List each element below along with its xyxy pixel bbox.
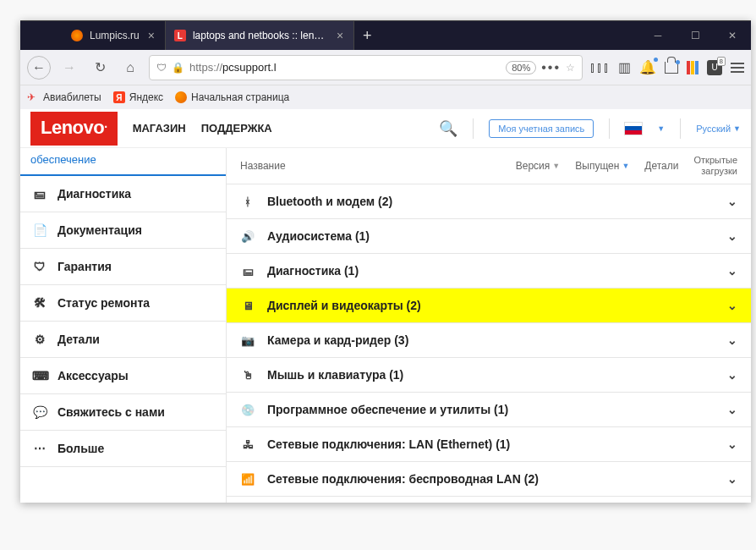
close-tab-icon[interactable]: × bbox=[146, 29, 156, 42]
bookmark-item[interactable]: ЯЯндекс bbox=[113, 91, 163, 103]
sidebar-item-icon: ⋯ bbox=[32, 442, 47, 455]
sidebar-icon[interactable]: ▥ bbox=[618, 59, 631, 75]
account-button[interactable]: Моя учетная запись bbox=[489, 119, 594, 138]
reload-button[interactable]: ↻ bbox=[88, 56, 112, 80]
browser-navbar: ← → ↻ ⌂ 🛡 🔒 https://pcsupport.l 80% ••• … bbox=[20, 50, 751, 85]
home-button[interactable]: ⌂ bbox=[118, 56, 142, 80]
sidebar-item[interactable]: ⌨Аксессуары bbox=[20, 358, 226, 394]
chevron-down-icon: ⌄ bbox=[727, 229, 737, 243]
sidebar-item-label: Гарантия bbox=[58, 260, 112, 273]
col-name: Название bbox=[240, 160, 501, 172]
sidebar-item[interactable]: 🖴Диагностика bbox=[20, 176, 226, 212]
sidebar-item-icon: 🛠 bbox=[32, 296, 47, 310]
site-header: Lenovo. МАГАЗИН ПОДДЕРЖКА 🔍 Моя учетная … bbox=[20, 109, 751, 148]
browser-titlebar: Lumpics.ru × L laptops and netbooks :: l… bbox=[20, 21, 751, 50]
chevron-down-icon: ⌄ bbox=[727, 368, 737, 382]
sidebar-item-icon: 🛡 bbox=[32, 260, 47, 273]
sidebar-item[interactable]: ⚙Детали bbox=[20, 322, 226, 358]
page-actions-icon[interactable]: ••• bbox=[541, 60, 561, 75]
chevron-down-icon: ⌄ bbox=[727, 264, 737, 278]
driver-category-row[interactable]: 🖥Дисплей и видеокарты (2)⌄ bbox=[227, 289, 751, 323]
tab-title: Lumpics.ru bbox=[90, 30, 140, 41]
shield-icon: 🛡 bbox=[156, 62, 167, 74]
minimize-button[interactable]: ─ bbox=[639, 21, 677, 50]
browser-tab[interactable]: Lumpics.ru × bbox=[63, 21, 166, 50]
col-details: Детали bbox=[644, 160, 678, 172]
zoom-indicator[interactable]: 80% bbox=[506, 61, 536, 74]
sidebar-item-icon: ⚙ bbox=[32, 333, 47, 346]
sidebar-item-label: Статус ремонта bbox=[58, 296, 150, 310]
country-flag-ru[interactable] bbox=[625, 123, 642, 135]
bookmark-star-icon[interactable]: ☆ bbox=[566, 62, 575, 74]
favicon: L bbox=[174, 30, 186, 41]
category-label: Диагностика (1) bbox=[267, 264, 715, 278]
chevron-down-icon: ⌄ bbox=[727, 472, 737, 486]
library-icon[interactable]: ⫿⫿⫿ bbox=[589, 60, 610, 75]
sidebar-item-label: Детали bbox=[58, 333, 100, 346]
maximize-button[interactable]: ☐ bbox=[677, 21, 714, 50]
driver-category-row[interactable]: 🖴Диагностика (1)⌄ bbox=[227, 254, 751, 289]
driver-category-row[interactable]: 📶Сетевые подключения: беспроводная LAN (… bbox=[227, 462, 751, 497]
nav-shop[interactable]: МАГАЗИН bbox=[133, 122, 186, 135]
col-released[interactable]: Выпущен▼ bbox=[575, 160, 629, 172]
sidebar-item-label: Больше bbox=[58, 442, 104, 455]
language-selector[interactable]: Русский▼ bbox=[696, 124, 741, 134]
ublock-icon[interactable]: U8 bbox=[707, 60, 722, 75]
col-downloads: Открытыезагрузки bbox=[694, 155, 738, 177]
yandex-icon: Я bbox=[113, 91, 125, 103]
driver-category-row[interactable]: 🔊Аудиосистема (1)⌄ bbox=[227, 219, 751, 254]
back-button[interactable]: ← bbox=[27, 56, 51, 80]
driver-category-row[interactable]: 💿Программное обеспечение и утилиты (1)⌄ bbox=[227, 393, 751, 427]
category-label: Аудиосистема (1) bbox=[267, 229, 715, 243]
search-icon[interactable]: 🔍 bbox=[439, 119, 457, 138]
category-label: Мышь и клавиатура (1) bbox=[267, 368, 715, 382]
bookmarks-bar: ✈Авиабилеты ЯЯндекс Начальная страница bbox=[20, 85, 751, 109]
cart-icon[interactable] bbox=[665, 62, 678, 74]
notifications-icon[interactable]: 🔔 bbox=[639, 59, 656, 75]
firefox-icon bbox=[175, 91, 187, 103]
tab-title: laptops and netbooks :: lenovo bbox=[193, 30, 328, 41]
chevron-down-icon: ⌄ bbox=[727, 299, 737, 312]
sidebar-item[interactable]: 📄Документация bbox=[20, 212, 226, 249]
address-bar[interactable]: 🛡 🔒 https://pcsupport.l 80% ••• ☆ bbox=[149, 55, 583, 80]
sidebar-item-label: Свяжитесь с нами bbox=[58, 405, 165, 419]
category-icon: ᚼ bbox=[240, 195, 255, 208]
bookmark-item[interactable]: Начальная страница bbox=[175, 91, 289, 103]
app-menu-button[interactable] bbox=[731, 63, 744, 73]
chevron-down-icon: ⌄ bbox=[727, 403, 737, 416]
driver-category-row[interactable]: ᚼBluetooth и модем (2)⌄ bbox=[227, 184, 751, 219]
plane-icon: ✈ bbox=[27, 91, 39, 103]
driver-category-row[interactable]: 🖱Мышь и клавиатура (1)⌄ bbox=[227, 358, 751, 393]
category-icon: 🖥 bbox=[240, 300, 255, 312]
sidebar-active-section[interactable]: обеспечение bbox=[20, 148, 226, 176]
driver-category-row[interactable]: ⏻Управление питанием (1)⌄ bbox=[227, 497, 751, 503]
lenovo-logo[interactable]: Lenovo. bbox=[30, 112, 118, 146]
sidebar-item-icon: ⌨ bbox=[32, 369, 47, 382]
close-window-button[interactable]: ✕ bbox=[714, 21, 751, 50]
driver-category-row[interactable]: 📷Камера и кард-ридер (3)⌄ bbox=[227, 323, 751, 358]
forward-button[interactable]: → bbox=[58, 56, 81, 80]
chevron-down-icon: ⌄ bbox=[727, 333, 737, 347]
col-version[interactable]: Версия▼ bbox=[516, 160, 560, 172]
chevron-down-icon: ⌄ bbox=[727, 437, 737, 451]
close-tab-icon[interactable]: × bbox=[335, 29, 345, 42]
category-label: Дисплей и видеокарты (2) bbox=[267, 299, 715, 312]
sidebar-item-label: Документация bbox=[58, 223, 142, 237]
sidebar-item-icon: 🖴 bbox=[32, 187, 47, 201]
favicon bbox=[71, 30, 83, 41]
bookmark-item[interactable]: ✈Авиабилеты bbox=[27, 91, 101, 103]
category-label: Bluetooth и модем (2) bbox=[267, 195, 715, 208]
category-label: Сетевые подключения: беспроводная LAN (2… bbox=[267, 472, 715, 486]
sidebar-item[interactable]: 🛠Статус ремонта bbox=[20, 285, 226, 322]
sidebar-item[interactable]: 🛡Гарантия bbox=[20, 249, 226, 285]
new-tab-button[interactable]: + bbox=[354, 21, 381, 50]
nav-support[interactable]: ПОДДЕРЖКА bbox=[201, 122, 272, 135]
sidebar-item[interactable]: 💬Свяжитесь с нами bbox=[20, 394, 226, 431]
driver-category-row[interactable]: 🖧Сетевые подключения: LAN (Ethernet) (1)… bbox=[227, 427, 751, 462]
category-icon: 🖧 bbox=[240, 438, 255, 451]
browser-tab-active[interactable]: L laptops and netbooks :: lenovo × bbox=[166, 21, 354, 50]
category-label: Программное обеспечение и утилиты (1) bbox=[267, 403, 715, 416]
pocket-icon[interactable] bbox=[687, 61, 698, 74]
sidebar-item[interactable]: ⋯Больше bbox=[20, 431, 226, 467]
support-sidebar: обеспечение 🖴Диагностика📄Документация🛡Га… bbox=[20, 148, 227, 503]
